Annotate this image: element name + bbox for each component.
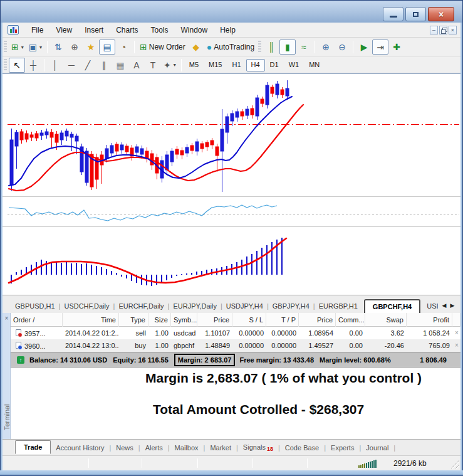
equidistant-channel-button[interactable]: ∥ [96,58,112,73]
chart-tab-gbpjpy-h4[interactable]: GBPJPY,H4 [269,300,313,313]
terminal-close-button[interactable]: × [3,314,10,322]
close-position-button[interactable]: × [452,327,460,339]
new-chart-button[interactable]: ⊞▾ [9,40,26,55]
chevron-down-icon[interactable]: ▾ [39,45,42,50]
terminal-tab-bar: TradeAccount History|News|Alerts|Mailbox… [3,439,460,455]
navigator-button[interactable]: ★ [83,40,99,55]
chart-tab-usdchf-daily[interactable]: USDCHF,Daily [60,300,113,313]
column-header-price[interactable]: Price [197,313,232,327]
bar-chart-button[interactable]: ║ [263,40,279,55]
resize-grip[interactable] [449,458,459,468]
scroll-right-icon[interactable]: ▶ [450,302,454,309]
terminal-tab-news[interactable]: News [111,442,138,454]
close-position-button[interactable]: × [452,339,460,352]
window-close-button[interactable]: × [428,7,454,21]
column-header-comm[interactable]: Comm... [336,313,365,327]
column-header-swap[interactable]: Swap [365,313,407,327]
trendline-button[interactable]: ╱ [80,58,96,73]
toolbar-grip[interactable] [258,41,261,53]
fibonacci-button[interactable]: ▦ [112,58,128,73]
column-header-close[interactable] [452,313,460,327]
new-order-button[interactable]: ⊞New Order [137,40,188,55]
column-header-size[interactable]: Size [148,313,171,327]
signal-bar [370,462,371,468]
candlestick-chart-button[interactable]: ▮ [279,40,296,55]
column-header-time[interactable]: Time [63,313,119,327]
terminal-tab-market[interactable]: Market [205,442,236,454]
menu-item-charts[interactable]: Charts [110,23,144,37]
column-header-profit[interactable]: Profit [407,313,452,327]
timeframe-m15-button[interactable]: M15 [204,59,227,71]
timeframe-mn-button[interactable]: MN [304,59,325,71]
terminal-tab-trade[interactable]: Trade [15,440,51,454]
data-window-button[interactable]: ⊕ [66,40,83,55]
order-row[interactable]: 3960...2014.04.22 13:0...buy1.00gbpchf1.… [11,339,460,352]
chart-tab-usi[interactable]: USI [423,300,442,313]
logo-bar [13,27,14,33]
crosshair-button[interactable]: ┼ [25,58,41,73]
strategy-tester-button[interactable]: ◔ [115,40,132,55]
chart-tab-gbpchf-h4[interactable]: GBPCHF,H4 [364,299,420,313]
horizontal-line-button[interactable]: ─ [63,58,80,73]
chart-tab-usdjpy-h4[interactable]: USDJPY,H4 [222,300,267,313]
title-bar[interactable]: × [0,0,463,23]
chart-restore-button[interactable] [439,26,447,34]
order-row[interactable]: 3957...2014.04.22 01:2...sell1.00usdcad1… [11,327,460,339]
terminal-button[interactable]: ▤ [99,40,115,55]
column-header-price[interactable]: Price [299,313,336,327]
timeframe-w1-button[interactable]: W1 [284,59,304,71]
arrows-button[interactable]: ✦▾ [161,58,179,73]
terminal-tab-alerts[interactable]: Alerts [140,442,168,454]
column-header-symb[interactable]: Symb... [171,313,197,327]
text-button[interactable]: A [128,58,145,73]
chart-tab-eurchf-daily[interactable]: EURCHF,Daily [115,300,167,313]
chart-tab-gbpusd-h1[interactable]: GBPUSD,H1 [11,300,59,313]
chart-area[interactable] [3,73,460,295]
indicators-button[interactable]: ✚ [388,40,405,55]
toolbar-grip[interactable] [4,41,7,53]
menu-item-file[interactable]: File [25,23,49,37]
profiles-button[interactable]: ▣▾ [26,40,44,55]
menu-item-insert[interactable]: Insert [78,23,110,37]
terminal-tab-signals[interactable]: Signals18 [238,441,278,455]
terminal-tab-journal[interactable]: Journal [361,442,393,454]
scroll-left-icon[interactable]: ◀ [442,302,447,309]
metaeditor-button[interactable]: ◆ [188,40,204,55]
toolbar-grip[interactable] [4,59,7,71]
cursor-button[interactable]: ↖ [9,58,25,73]
timeframe-h1-button[interactable]: H1 [227,59,246,71]
window-maximize-button[interactable] [405,7,426,21]
menu-item-help[interactable]: Help [214,23,242,37]
timeframe-h4-button[interactable]: H4 [246,59,265,71]
chart-close-button[interactable]: × [449,26,457,34]
chevron-down-icon[interactable]: ▾ [21,45,24,50]
menu-item-window[interactable]: Window [175,23,214,37]
terminal-tab-account-history[interactable]: Account History [51,442,109,454]
column-header-type[interactable]: Type [119,313,148,327]
chart-tab-eurgbp-h1[interactable]: EURGBP,H1 [315,300,362,313]
vertical-line-button[interactable]: │ [47,58,63,73]
market-watch-button[interactable]: ⇅ [50,40,66,55]
auto-scroll-button[interactable]: ▶ [356,40,372,55]
timeframe-m5-button[interactable]: M5 [184,59,204,71]
zoom-in-button[interactable]: ⊕ [318,40,334,55]
terminal-tab-experts[interactable]: Experts [326,442,359,454]
menu-item-view[interactable]: View [49,23,78,37]
chart-minimize-button[interactable]: – [430,26,438,34]
text-label-button[interactable]: T [145,58,161,73]
line-chart-button[interactable]: ≈ [296,40,312,55]
chevron-down-icon[interactable]: ▾ [174,62,176,68]
chart-tab-eurjpy-daily[interactable]: EURJPY,Daily [169,300,221,313]
menu-item-tools[interactable]: Tools [145,23,175,37]
terminal-tab-code-base[interactable]: Code Base [280,442,324,454]
window-minimize-button[interactable] [383,7,403,21]
zoom-out-button[interactable]: ⊖ [334,40,350,55]
timeframe-d1-button[interactable]: D1 [265,59,284,71]
terminal-tab-mailbox[interactable]: Mailbox [170,442,204,454]
autotrading-button[interactable]: ●AutoTrading [204,40,257,55]
column-header-order[interactable]: Order / [11,313,63,327]
chart-shift-button[interactable]: ⇥ [372,40,388,55]
channel-icon: ∥ [102,61,107,70]
column-header-tp[interactable]: T / P [266,313,299,327]
column-header-sl[interactable]: S / L [232,313,266,327]
